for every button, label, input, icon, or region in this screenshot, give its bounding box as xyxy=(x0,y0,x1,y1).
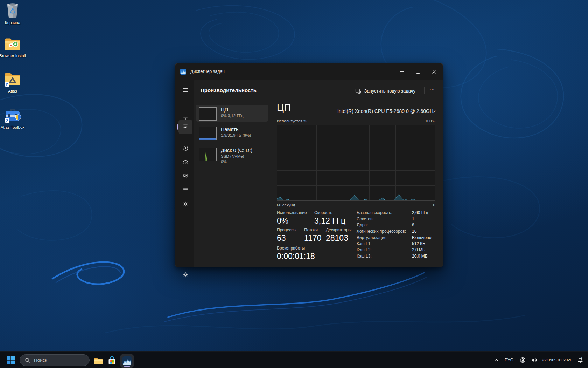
notifications-button[interactable]: z xyxy=(574,353,588,367)
spec-row: Виртуализация:Включено xyxy=(357,235,439,241)
taskbar-microsoft-store[interactable] xyxy=(105,354,119,368)
cpu-graph-series xyxy=(277,125,435,200)
desktop-icon-label: Browser Install xyxy=(0,53,28,58)
search-input[interactable] xyxy=(34,357,86,363)
stat-value: 1170 xyxy=(304,233,321,243)
spec-label: Кэш L2: xyxy=(357,247,412,252)
perf-item-cpu[interactable]: ЦП 0% 3,12 ГГц xyxy=(196,105,268,122)
maximize-icon xyxy=(416,70,420,74)
toolbox-icon xyxy=(4,107,21,123)
app-history-icon xyxy=(182,145,189,152)
stat-value: 3,12 ГГц xyxy=(314,216,345,226)
perf-item-name: Память xyxy=(221,126,251,133)
perf-item-memory[interactable]: Память 1,9/31,9 ГБ (6%) xyxy=(196,124,268,141)
header-divider xyxy=(424,87,425,94)
tray-time: 22:09 xyxy=(542,357,552,362)
services-icon xyxy=(182,200,189,207)
titlebar[interactable]: Диспетчер задач xyxy=(175,63,443,80)
stat-processes: Процессы 63 xyxy=(277,227,296,243)
desktop-icon-browser-install[interactable]: Browser Install xyxy=(0,36,28,58)
start-button[interactable] xyxy=(6,356,16,365)
content-area: Производительность Запустить новую задач… xyxy=(194,80,443,267)
minimize-button[interactable] xyxy=(394,63,410,80)
stat-value: 0% xyxy=(277,216,307,226)
maximize-button[interactable] xyxy=(410,63,426,80)
perf-item-sub: 1,9/31,9 ГБ (6%) xyxy=(221,133,251,138)
stat-label: Время работы xyxy=(277,246,315,251)
network-status-button[interactable] xyxy=(517,353,528,367)
perf-item-disk[interactable]: Диск 0 (C: D:) SSD (NVMe) 0% xyxy=(196,145,268,167)
folder-atlas-icon xyxy=(4,71,21,87)
spec-value: 2,0 МБ xyxy=(412,247,425,252)
desktop-icon-atlas[interactable]: Atlas xyxy=(0,71,28,94)
svg-text:z: z xyxy=(581,357,582,359)
spec-row: Базовая скорость:2,60 ГГц xyxy=(357,210,439,217)
desktop-icon-label: Atlas xyxy=(0,89,28,94)
close-button[interactable] xyxy=(426,63,442,80)
task-manager-app-icon xyxy=(180,69,186,75)
taskbar: РУС 22:09 05.01.2026 xyxy=(0,351,588,368)
spec-row: Сокетов:1 xyxy=(357,217,439,223)
settings-gear-icon xyxy=(182,271,189,278)
more-options-button[interactable]: ... xyxy=(427,84,438,94)
desktop: Корзина Browser Install Atlas xyxy=(0,0,588,368)
clock[interactable]: 22:09 05.01.2026 xyxy=(540,353,574,367)
language-indicator[interactable]: РУС xyxy=(501,353,517,367)
stat-handles: Дескрипторы 28103 xyxy=(326,227,351,243)
spec-row: Кэш L1:512 КБ xyxy=(357,241,439,247)
spec-row: Ядра:8 xyxy=(357,223,439,229)
taskbar-task-manager[interactable] xyxy=(120,354,134,368)
spec-value: 16 xyxy=(412,229,416,234)
cpu-detail-title: ЦП xyxy=(277,103,291,114)
nav-services[interactable] xyxy=(178,197,192,211)
volume-button[interactable] xyxy=(528,353,540,367)
taskbar-file-explorer[interactable] xyxy=(92,354,105,368)
spec-label: Кэш L1: xyxy=(357,241,412,246)
perf-item-sub: 0% 3,12 ГГц xyxy=(221,113,243,118)
nav-app-history[interactable] xyxy=(178,141,192,155)
desktop-icon-recycle-bin[interactable]: Корзина xyxy=(0,2,28,25)
stat-label: Дескрипторы xyxy=(326,227,351,232)
spec-value: 512 КБ xyxy=(412,241,425,246)
desktop-icon-atlas-toolbox[interactable]: Atlas Toolbox xyxy=(0,107,28,130)
spec-row: Логических процессоров:16 xyxy=(357,229,439,235)
nav-menu-button[interactable] xyxy=(178,83,192,97)
new-task-icon xyxy=(355,88,361,94)
memory-thumbnail xyxy=(199,127,217,140)
globe-no-internet-icon xyxy=(519,357,526,363)
spec-row: Кэш L2:2,0 МБ xyxy=(357,247,439,254)
run-new-task-button[interactable]: Запустить новую задачу xyxy=(352,86,418,96)
startup-apps-icon xyxy=(182,158,189,165)
recycle-bin-icon xyxy=(5,2,21,19)
nav-performance[interactable] xyxy=(178,120,192,134)
nav-settings[interactable] xyxy=(178,268,192,282)
perf-item-name: Диск 0 (C: D:) xyxy=(221,147,252,154)
stat-label: Скорость xyxy=(314,210,345,215)
stat-speed: Скорость 3,12 ГГц xyxy=(314,210,345,226)
chevron-up-icon xyxy=(494,357,499,362)
tray-chevron-button[interactable] xyxy=(491,353,501,367)
task-manager-window: Диспетчер задач xyxy=(175,63,443,267)
windows-logo-icon xyxy=(7,356,15,364)
taskbar-search[interactable] xyxy=(20,354,90,366)
spec-label: Логических процессоров: xyxy=(357,229,412,234)
nav-startup-apps[interactable] xyxy=(178,155,192,169)
spec-value: 20,0 МБ xyxy=(412,254,428,259)
spec-label: Базовая скорость: xyxy=(357,210,412,215)
stat-usage: Использование 0% xyxy=(277,210,307,226)
nav-users[interactable] xyxy=(178,169,192,183)
search-icon xyxy=(25,357,30,363)
cpu-thumbnail xyxy=(199,107,217,121)
stat-value: 0:00:01:18 xyxy=(277,252,315,261)
nav-details[interactable] xyxy=(178,183,192,197)
spec-value: 8 xyxy=(412,223,414,227)
disk-thumbnail xyxy=(199,148,217,161)
microsoft-store-icon xyxy=(107,356,117,366)
perf-item-sub: 0% xyxy=(221,159,252,164)
spec-value: 2,60 ГГц xyxy=(412,210,428,215)
stat-value: 28103 xyxy=(326,233,351,243)
run-new-task-label: Запустить новую задачу xyxy=(364,88,415,94)
perf-item-name: ЦП xyxy=(221,107,243,113)
spec-label: Виртуализация: xyxy=(357,235,412,240)
active-app-indicator xyxy=(124,366,130,367)
